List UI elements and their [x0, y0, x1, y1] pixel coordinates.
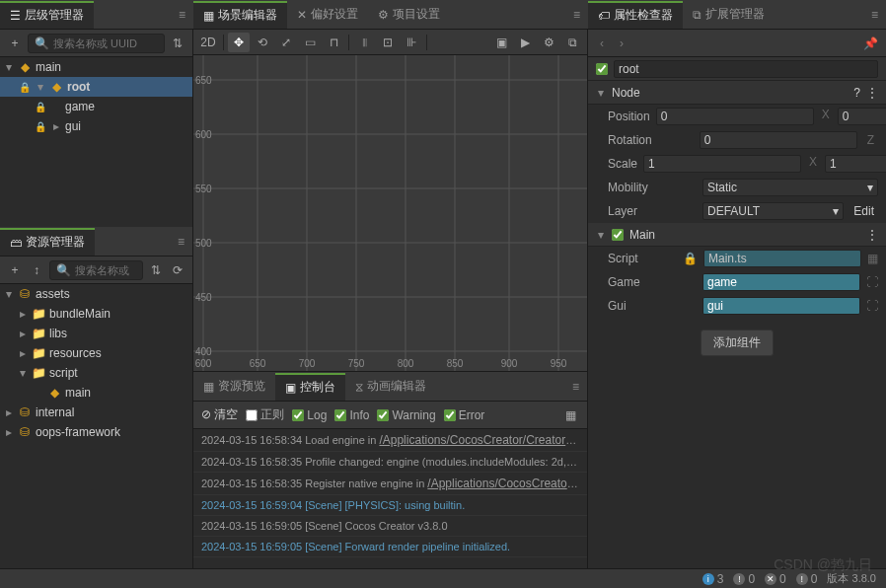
move-tool[interactable]: ✥ — [228, 33, 250, 52]
info-filter[interactable]: Info — [334, 408, 369, 422]
locate-icon[interactable]: ⛶ — [866, 299, 878, 313]
add-component-button[interactable]: 添加组件 — [701, 330, 774, 356]
tab-asset-preview[interactable]: ▦资源预览 — [193, 373, 275, 401]
tab-project-settings[interactable]: ⚙项目设置 — [368, 1, 450, 29]
status-warn[interactable]: !0 — [796, 572, 818, 586]
main-section-header[interactable]: ▾ Main ⋮ — [588, 223, 886, 247]
clear-button[interactable]: ⊘ 清空 — [201, 406, 238, 423]
chevron-down-icon: ▾ — [867, 181, 873, 194]
main-enabled-checkbox[interactable] — [612, 229, 624, 241]
node-section-header[interactable]: ▾Node ? ⋮ — [588, 81, 886, 105]
console-settings-icon[interactable]: ▦ — [561, 406, 579, 424]
rotate-tool[interactable]: ⟲ — [252, 33, 273, 52]
position-y-input[interactable] — [838, 108, 886, 125]
filter-button[interactable]: ⇅ — [147, 261, 165, 279]
ruler-y: 650 600 550 500 450 400 360 — [193, 55, 213, 371]
assets-search[interactable]: 🔍 — [49, 260, 143, 280]
locate-icon[interactable]: ▦ — [867, 252, 878, 265]
tab-inspector[interactable]: 🏷属性检查器 — [588, 1, 683, 29]
rotation-label: Rotation — [608, 133, 694, 147]
rotation-z-input[interactable] — [700, 131, 857, 149]
node-root[interactable]: 🔒▾◆root — [0, 77, 192, 97]
refresh-button[interactable]: ⟳ — [169, 261, 186, 279]
rect-tool[interactable]: ▭ — [299, 33, 321, 52]
asset-script[interactable]: ▾📁script — [0, 363, 192, 383]
object-name-input[interactable] — [614, 60, 878, 78]
add-asset-button[interactable]: + — [6, 261, 24, 279]
assets-header: 🗃资源管理器 ≡ — [0, 227, 192, 257]
help-icon[interactable]: ? — [853, 86, 860, 100]
align-tool[interactable]: ⫴ — [353, 33, 375, 52]
hierarchy-search[interactable]: 🔍 — [28, 34, 165, 53]
node-game[interactable]: 🔒game — [0, 97, 192, 116]
mobility-select[interactable]: Static▾ — [702, 179, 878, 196]
status-i[interactable]: !0 — [733, 572, 755, 586]
tab-console[interactable]: ▣控制台 — [275, 373, 345, 401]
scale-x-input[interactable] — [643, 155, 801, 173]
status-x[interactable]: ✕0 — [765, 572, 786, 586]
log-line: 2024-03-15 16:58:34 Load engine in /Appl… — [193, 429, 587, 452]
scale-y-input[interactable] — [825, 155, 886, 173]
assets-tab[interactable]: 🗃资源管理器 — [0, 228, 95, 256]
asset-internal[interactable]: ▸⛁internal — [0, 403, 192, 422]
inspector-menu-icon[interactable]: ≡ — [863, 8, 886, 22]
nav-back-button[interactable]: ‹ — [596, 37, 608, 50]
tab-preferences[interactable]: ✕偏好设置 — [287, 1, 368, 29]
status-info[interactable]: i3 — [702, 572, 724, 586]
asset-assets[interactable]: ▾⛁assets — [0, 284, 192, 304]
anchor-tool[interactable]: ⊓ — [323, 33, 344, 52]
more-icon[interactable]: ⋮ — [866, 86, 878, 100]
locate-icon[interactable]: ⛶ — [866, 275, 878, 289]
pin-button[interactable]: 📌 — [863, 37, 878, 50]
gear-icon: ⚙ — [378, 8, 389, 22]
more-icon[interactable]: ⋮ — [866, 228, 878, 242]
warn-filter[interactable]: Warning — [377, 408, 435, 422]
script-label: Script — [608, 252, 677, 265]
asset-main-ts[interactable]: ◆main — [0, 383, 192, 403]
nav-forward-button[interactable]: › — [616, 37, 628, 50]
gui-field[interactable] — [702, 297, 860, 315]
tab-extensions[interactable]: ⧉扩展管理器 — [683, 1, 775, 29]
sort-button[interactable]: ↕ — [28, 261, 45, 279]
play-button[interactable]: ▶ — [514, 33, 536, 52]
position-x-input[interactable] — [656, 108, 814, 125]
error-filter[interactable]: Error — [444, 408, 485, 422]
device-button[interactable]: ⧉ — [561, 33, 583, 52]
hierarchy-tree: ▾◆main 🔒▾◆root 🔒game 🔒▸gui — [0, 57, 192, 227]
asset-oops[interactable]: ▸⛁oops-framework — [0, 422, 192, 442]
tab-animation[interactable]: ⧖动画编辑器 — [345, 373, 436, 401]
x-icon: ✕ — [765, 573, 776, 585]
layer-select[interactable]: DEFAULT▾ — [702, 202, 844, 220]
add-node-button[interactable]: + — [6, 35, 24, 52]
hierarchy-search-input[interactable] — [53, 37, 158, 49]
scene-viewport[interactable]: 650 600 550 500 450 400 360 600 650 700 … — [193, 55, 587, 371]
layer-edit-button[interactable]: Edit — [849, 204, 878, 218]
scale-tool[interactable]: ⤢ — [275, 33, 297, 52]
mode-2d-button[interactable]: 2D — [197, 33, 219, 52]
assets-menu-icon[interactable]: ≡ — [170, 235, 192, 249]
assets-search-input[interactable] — [75, 264, 136, 276]
node-gui[interactable]: 🔒▸gui — [0, 116, 192, 136]
asset-resources[interactable]: ▸📁resources — [0, 343, 192, 363]
asset-bundlemain[interactable]: ▸📁bundleMain — [0, 304, 192, 324]
lock-icon: 🔒 — [34, 121, 47, 132]
tab-scene-editor[interactable]: ▦场景编辑器 — [193, 1, 287, 29]
preview-icon: ▦ — [203, 380, 214, 394]
asset-libs[interactable]: ▸📁libs — [0, 324, 192, 343]
log-filter[interactable]: Log — [292, 408, 327, 422]
node-main[interactable]: ▾◆main — [0, 57, 192, 77]
hierarchy-icon: ☰ — [10, 9, 21, 23]
position-label: Position — [608, 110, 650, 123]
object-enabled-checkbox[interactable] — [596, 63, 608, 75]
settings-button[interactable]: ⚙ — [538, 33, 559, 52]
camera-button[interactable]: ▣ — [490, 33, 512, 52]
regex-checkbox[interactable]: 正则 — [246, 406, 284, 423]
snap-tool[interactable]: ⊪ — [401, 33, 422, 52]
console-menu-icon[interactable]: ≡ — [564, 380, 587, 394]
scene-menu-icon[interactable]: ≡ — [565, 8, 588, 22]
pivot-tool[interactable]: ⊡ — [377, 33, 399, 52]
hierarchy-menu-icon[interactable]: ≡ — [171, 8, 193, 22]
game-field[interactable] — [702, 273, 860, 291]
hierarchy-tab[interactable]: ☰ 层级管理器 — [0, 1, 94, 29]
hierarchy-collapse-button[interactable]: ⇅ — [169, 35, 186, 52]
